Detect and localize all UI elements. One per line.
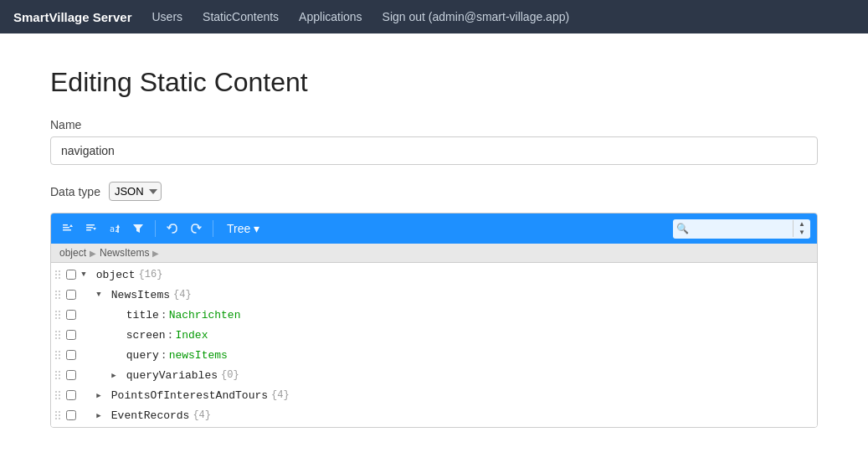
row-meta: {0} bbox=[221, 369, 239, 381]
row-toggle-collapse[interactable] bbox=[93, 291, 105, 299]
datatype-row: Data type JSON XML Text bbox=[50, 182, 818, 201]
row-grip bbox=[51, 371, 64, 379]
row-value[interactable]: Nachrichten bbox=[169, 309, 241, 321]
row-checkbox[interactable] bbox=[64, 330, 78, 340]
row-meta: {4} bbox=[193, 409, 211, 421]
row-checkbox[interactable] bbox=[64, 370, 78, 380]
row-grip bbox=[51, 270, 64, 279]
row-grip bbox=[51, 411, 64, 419]
search-icon: 🔍 bbox=[673, 223, 692, 234]
row-toggle-expand[interactable] bbox=[93, 391, 105, 400]
name-label: Name bbox=[50, 118, 818, 131]
row-key: title bbox=[120, 309, 159, 321]
datatype-label: Data type bbox=[50, 185, 100, 198]
svg-rect-3 bbox=[86, 224, 95, 226]
svg-rect-2 bbox=[63, 229, 71, 231]
svg-rect-0 bbox=[63, 224, 68, 226]
row-key: object bbox=[90, 269, 136, 281]
row-checkbox[interactable] bbox=[64, 390, 78, 400]
row-colon: : bbox=[161, 309, 167, 321]
main-content: Editing Static Content Name Data type JS… bbox=[0, 33, 868, 461]
nav-link-signout[interactable]: Sign out (admin@smart-village.app) bbox=[383, 10, 570, 23]
undo-button[interactable] bbox=[162, 219, 182, 238]
tree-row: queryVariables {0} bbox=[51, 365, 817, 385]
editor-toolbar: az bbox=[51, 213, 817, 244]
nav-link-applications[interactable]: Applications bbox=[299, 10, 362, 23]
row-checkbox[interactable] bbox=[64, 290, 78, 300]
nav-link-users[interactable]: Users bbox=[152, 10, 182, 23]
row-key: screen bbox=[120, 329, 166, 342]
svg-rect-5 bbox=[86, 229, 91, 231]
search-next-button[interactable]: ▼ bbox=[797, 229, 807, 237]
search-controls: 🔍 ▲ ▼ bbox=[673, 219, 810, 239]
row-meta: {16} bbox=[139, 269, 163, 280]
svg-rect-1 bbox=[63, 227, 69, 229]
breadcrumb-newsitems[interactable]: NewsItems bbox=[100, 247, 149, 259]
row-grip bbox=[51, 331, 64, 339]
breadcrumb-root[interactable]: object bbox=[59, 247, 86, 259]
row-toggle-expand[interactable] bbox=[108, 371, 120, 380]
editor-breadcrumb: object ▶ NewsItems ▶ bbox=[51, 244, 817, 263]
row-grip bbox=[51, 391, 64, 399]
tree-row: query : newsItems bbox=[51, 345, 817, 365]
row-checkbox[interactable] bbox=[64, 410, 78, 420]
search-input[interactable] bbox=[692, 219, 793, 239]
search-arrows: ▲ ▼ bbox=[793, 220, 810, 237]
row-colon: : bbox=[167, 329, 174, 342]
sort-alpha-button[interactable]: az bbox=[105, 219, 125, 238]
filter-button[interactable] bbox=[128, 219, 148, 238]
row-key: NewsItems bbox=[105, 289, 170, 301]
row-grip bbox=[51, 351, 64, 359]
sort-desc-button[interactable] bbox=[81, 219, 101, 238]
svg-rect-4 bbox=[86, 227, 93, 229]
tree-mode-button[interactable]: Tree ▾ bbox=[220, 219, 266, 239]
row-checkbox[interactable] bbox=[64, 270, 78, 280]
row-key: EventRecords bbox=[105, 409, 189, 422]
tree-row: EventRecords {4} bbox=[51, 405, 817, 425]
tree-row: NewsItems {4} bbox=[51, 285, 817, 305]
row-grip bbox=[51, 291, 64, 299]
nav-brand: SmartVillage Server bbox=[13, 10, 131, 24]
editor-tree: object {16} NewsItems {4} bbox=[51, 263, 817, 427]
row-meta: {4} bbox=[173, 289, 192, 301]
toolbar-separator-2 bbox=[213, 220, 213, 237]
tree-row: title : Nachrichten bbox=[51, 305, 817, 325]
row-toggle-expand[interactable] bbox=[93, 411, 105, 420]
json-editor: az bbox=[50, 213, 818, 428]
name-input[interactable] bbox=[50, 136, 818, 165]
tree-row: object {16} bbox=[51, 265, 817, 285]
row-key: query bbox=[120, 349, 159, 362]
navbar: SmartVillage Server Users StaticContents… bbox=[0, 0, 868, 33]
row-checkbox[interactable] bbox=[64, 350, 78, 360]
row-colon: : bbox=[161, 349, 167, 362]
chevron-down-icon: ▾ bbox=[254, 222, 259, 235]
row-value[interactable]: newsItems bbox=[169, 349, 228, 362]
row-key: queryVariables bbox=[120, 369, 218, 382]
row-key: PointsOfInterestAndTours bbox=[105, 389, 268, 402]
row-grip bbox=[51, 311, 64, 319]
sort-asc-button[interactable] bbox=[58, 219, 78, 238]
datatype-select[interactable]: JSON XML Text bbox=[109, 182, 162, 201]
breadcrumb-arrow-2: ▶ bbox=[152, 249, 159, 258]
toolbar-separator bbox=[155, 220, 156, 237]
row-value[interactable]: Index bbox=[175, 329, 208, 342]
page-title: Editing Static Content bbox=[50, 67, 818, 98]
row-toggle-collapse[interactable] bbox=[78, 270, 90, 279]
row-meta: {4} bbox=[271, 389, 290, 401]
nav-link-staticcontents[interactable]: StaticContents bbox=[203, 10, 279, 23]
row-checkbox[interactable] bbox=[64, 310, 78, 320]
redo-button[interactable] bbox=[186, 219, 206, 238]
search-prev-button[interactable]: ▲ bbox=[797, 220, 807, 229]
tree-row: PointsOfInterestAndTours {4} bbox=[51, 385, 817, 405]
breadcrumb-arrow-1: ▶ bbox=[90, 249, 96, 258]
tree-row: screen : Index bbox=[51, 325, 817, 345]
